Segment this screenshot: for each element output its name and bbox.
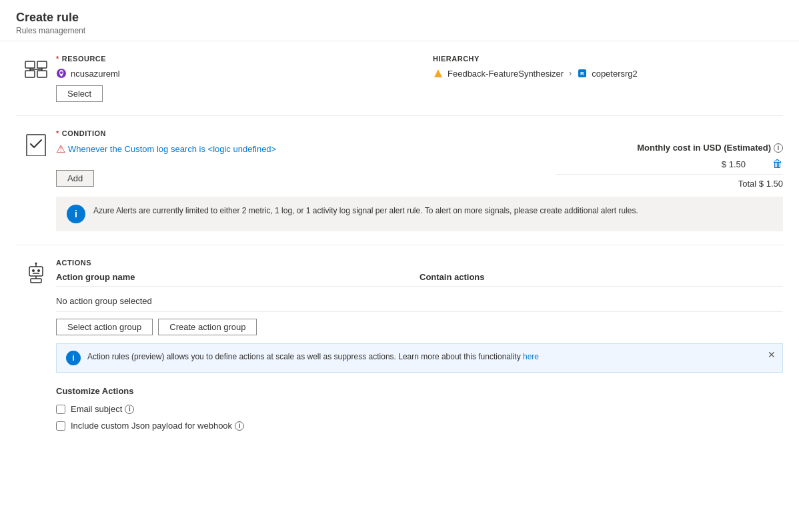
- actions-table: Action group name Contain actions No act…: [56, 272, 783, 312]
- resource-section-body: *RESOURCE ncusazureml Select HIERARCHY: [56, 55, 783, 102]
- hierarchy-col: HIERARCHY Feedback-FeatureSynthesizer › …: [433, 55, 783, 79]
- resource-row: *RESOURCE ncusazureml Select HIERARCHY: [56, 55, 783, 102]
- svg-point-20: [35, 263, 37, 265]
- svg-rect-3: [37, 71, 47, 77]
- required-star-condition: *: [56, 129, 59, 137]
- info-text: Azure Alerts are currently limited to ei…: [93, 205, 638, 217]
- actions-section-icon: [16, 259, 56, 285]
- hierarchy-parent-icon: [433, 68, 444, 79]
- action-rules-info-icon: i: [66, 351, 81, 365]
- col-name-header: Action group name: [56, 272, 420, 282]
- webhook-checkbox[interactable]: [56, 421, 65, 431]
- condition-info-banner: i Azure Alerts are currently limited to …: [56, 197, 783, 231]
- svg-rect-1: [37, 61, 47, 68]
- resource-icon: [24, 57, 48, 81]
- condition-section-icon: [16, 129, 56, 156]
- actions-section-body: ACTIONS Action group name Contain action…: [56, 259, 783, 437]
- cost-label: Monthly cost in USD (Estimated) i: [556, 143, 783, 153]
- hierarchy-child-icon: R: [577, 68, 588, 79]
- condition-link[interactable]: ⚠ Whenever the Custom log search is <log…: [56, 143, 530, 155]
- no-action-row: No action group selected: [56, 291, 783, 312]
- main-content: *RESOURCE ncusazureml Select HIERARCHY: [0, 41, 799, 451]
- email-subject-info-icon[interactable]: i: [125, 405, 134, 414]
- add-condition-button[interactable]: Add: [56, 170, 94, 187]
- condition-error-icon: ⚠: [56, 143, 65, 155]
- resource-col-label: *RESOURCE: [56, 55, 406, 63]
- cost-total: Total $ 1.50: [556, 179, 783, 189]
- svg-rect-18: [31, 279, 41, 283]
- svg-rect-2: [25, 71, 35, 77]
- resource-type-icon: [56, 68, 67, 79]
- svg-rect-0: [25, 61, 35, 68]
- condition-section: *CONDITION ⚠ Whenever the Custom log sea…: [16, 116, 783, 245]
- email-subject-label: Email subject i: [71, 404, 134, 414]
- customize-actions: Customize Actions Email subject i Includ…: [56, 386, 783, 431]
- svg-text:R: R: [580, 71, 584, 77]
- actions-icon: [24, 261, 48, 285]
- hierarchy-chevron: ›: [569, 69, 572, 78]
- cost-row: $ 1.50 🗑: [556, 158, 783, 175]
- select-action-group-button[interactable]: Select action group: [56, 319, 153, 335]
- svg-rect-13: [29, 267, 43, 276]
- action-rules-link[interactable]: here: [523, 352, 539, 361]
- customize-title: Customize Actions: [56, 386, 783, 396]
- svg-point-14: [32, 269, 35, 272]
- condition-section-body: *CONDITION ⚠ Whenever the Custom log sea…: [56, 129, 783, 231]
- hierarchy-child: copetersrg2: [592, 69, 638, 79]
- table-header-row: Action group name Contain actions: [56, 272, 783, 287]
- svg-point-8: [60, 71, 63, 74]
- page-title: Create rule: [16, 11, 783, 25]
- hierarchy-value: Feedback-FeatureSynthesizer › R copeters…: [433, 68, 783, 79]
- webhook-label: Include custom Json payload for webhook …: [71, 421, 244, 431]
- webhook-row: Include custom Json payload for webhook …: [56, 421, 783, 431]
- cost-amount: $ 1.50: [556, 159, 772, 169]
- resource-col: *RESOURCE ncusazureml Select: [56, 55, 406, 102]
- col-actions-header: Contain actions: [420, 272, 783, 282]
- create-action-group-button[interactable]: Create action group: [158, 319, 257, 335]
- condition-header: *CONDITION: [56, 129, 783, 137]
- select-button[interactable]: Select: [56, 85, 103, 102]
- email-subject-checkbox[interactable]: [56, 405, 65, 414]
- resource-section: *RESOURCE ncusazureml Select HIERARCHY: [16, 41, 783, 116]
- resource-value: ncusazureml: [56, 68, 406, 79]
- close-banner-button[interactable]: ✕: [768, 349, 776, 360]
- condition-icon: [24, 132, 48, 156]
- svg-point-15: [37, 269, 40, 272]
- hierarchy-parent: Feedback-FeatureSynthesizer: [448, 69, 564, 79]
- resource-name: ncusazureml: [71, 69, 120, 79]
- action-rules-text: Action rules (preview) allows you to def…: [87, 351, 539, 363]
- info-icon: i: [67, 205, 85, 223]
- cost-info-icon[interactable]: i: [774, 143, 783, 153]
- email-subject-row: Email subject i: [56, 404, 783, 414]
- page-subtitle: Rules management: [16, 26, 783, 35]
- delete-condition-icon[interactable]: 🗑: [772, 158, 783, 170]
- action-rules-banner: i Action rules (preview) allows you to d…: [56, 343, 783, 373]
- action-btns: Select action group Create action group: [56, 319, 783, 335]
- svg-marker-9: [434, 69, 442, 77]
- webhook-info-icon[interactable]: i: [235, 421, 244, 431]
- hierarchy-col-label: HIERARCHY: [433, 55, 783, 63]
- resource-section-icon: [16, 55, 56, 81]
- actions-section: ACTIONS Action group name Contain action…: [16, 245, 783, 451]
- page-header: Create rule Rules management: [0, 0, 799, 41]
- actions-header: ACTIONS: [56, 259, 783, 267]
- required-star: *: [56, 55, 59, 63]
